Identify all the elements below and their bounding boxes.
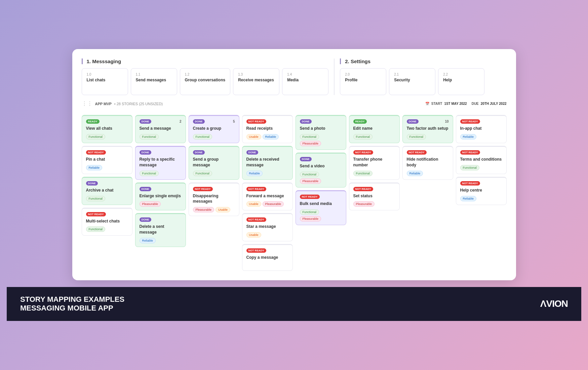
epic-2-0[interactable]: 2.0 Profile [340,68,386,95]
column-0: READYView all chatsFunctionalNOT READYPi… [82,115,132,271]
tag-pleasurable: Pleasurable [140,201,161,207]
card-3-0[interactable]: NOT READYRead receiptsUsableReliable [242,115,293,143]
card-2-0[interactable]: DONE5Create a groupFunctional [189,115,239,143]
card-title: Enlarge single emojis [140,193,182,199]
status-badge: DONE [193,119,205,124]
card-0-2[interactable]: DONEArchive a chatFunctional [82,177,132,205]
main-container: 1. Messsaging 1.0 List chats 1.1 Send me… [72,49,516,280]
tag-pleasurable: Pleasurable [193,207,214,212]
epic-1-3[interactable]: 1.3 Receive messages [233,68,279,95]
status-badge: NOT READY [407,150,427,155]
card-3-3[interactable]: NOT READYStar a messageUsable [242,213,293,241]
status-badge: NOT READY [353,187,373,191]
epic-1-1[interactable]: 1.1 Send messages [131,68,177,95]
tag-functional: Functional [353,171,373,176]
card-2-1[interactable]: DONESend a group messageFunctional [189,146,239,180]
footer-title-line2: MESSAGING MOBILE APP [20,304,124,313]
card-title: Bulk send media [300,201,342,207]
status-badge: NOT READY [193,187,213,191]
tag-functional: Functional [86,196,106,201]
card-7-0[interactable]: NOT READYIn-app chatReliable [456,115,507,143]
column-3: NOT READYRead receiptsUsableReliableDONE… [242,115,293,271]
card-3-4[interactable]: NOT READYCopy a message [242,244,293,271]
section-2-epics: 2.0 Profile 2.1 Security 2.2 Help [340,68,484,95]
card-1-2[interactable]: DONEEnlarge single emojisPleasurable [135,182,186,211]
card-1-0[interactable]: DONE2Send a messageFunctional [135,115,186,143]
card-6-0[interactable]: DONE10Two factor auth setupFunctional [402,115,453,143]
section-1-epics: 1.0 List chats 1.1 Send messages 1.2 Gro… [82,68,329,95]
columns-wrapper: READYView all chatsFunctionalNOT READYPi… [82,115,507,271]
tag-functional: Functional [86,134,106,139]
calendar-icon: 📅 [425,102,429,106]
card-6-1[interactable]: NOT READYHide notification bodyReliable [402,146,453,180]
card-1-3[interactable]: DONEDelete a sent messageReliable [135,213,186,247]
card-title: Help centre [460,188,502,193]
epic-1-2[interactable]: 1.2 Group conversations [180,68,231,95]
column-6: DONE10Two factor auth setupFunctionalNOT… [402,115,453,271]
card-title: Read receipts [246,126,288,131]
card-3-1[interactable]: DONEDelete a received messageReliable [242,146,293,180]
tag-functional: Functional [407,134,426,139]
card-title: In-app chat [460,126,502,131]
epic-1-4[interactable]: 1.4 Media [282,68,328,95]
card-0-3[interactable]: NOT READYMulti-select chatsFunctional [82,208,132,236]
status-badge: DONE [140,187,151,191]
tag-usable: Usable [215,207,230,212]
card-2-2[interactable]: NOT READYDisappearing messagesPleasurabl… [189,182,239,216]
card-title: Multi-select chats [86,218,128,224]
card-title: Two factor auth setup [407,126,449,131]
section-2: 2. Settings 2.0 Profile 2.1 Security 2.2… [340,58,484,95]
status-badge: DONE [140,217,151,222]
due-label: DUE [472,102,479,106]
card-0-0[interactable]: READYView all chatsFunctional [82,115,132,143]
card-4-1[interactable]: DONESend a videoFunctionalPleasurable [296,153,346,188]
card-5-1[interactable]: NOT READYTransfer phone numberFunctional [349,146,400,180]
column-4: DONESend a photoFunctionalPleasurableDON… [296,115,346,271]
tag-functional: Functional [140,134,159,139]
tag-reliable: Reliable [460,134,477,139]
tag-reliable: Reliable [263,134,279,139]
card-count: 2 [180,120,182,123]
tag-functional: Functional [353,134,373,139]
tag-reliable: Reliable [460,196,477,201]
epic-1-0[interactable]: 1.0 List chats [82,68,128,95]
card-0-1[interactable]: NOT READYPin a chatReliable [82,146,132,174]
epic-2-1[interactable]: 2.1 Security [389,68,435,95]
footer-title: STORY MAPPING EXAMPLES MESSAGING MOBILE … [20,295,124,313]
column-7: NOT READYIn-app chatReliableNOT READYTer… [456,115,507,271]
tag-functional: Functional [300,209,319,215]
status-badge: DONE [193,150,205,155]
card-5-2[interactable]: NOT READYSet statusPleasurable [349,182,400,211]
card-4-0[interactable]: DONESend a photoFunctionalPleasurable [296,115,346,150]
status-badge: NOT READY [460,150,480,155]
status-badge: NOT READY [246,217,266,222]
status-badge: DONE [140,150,151,155]
card-title: Send a message [140,126,182,131]
story-count: • 28 STORIES (25 UNSIZED) [114,102,163,106]
section-1: 1. Messsaging 1.0 List chats 1.1 Send me… [82,58,329,95]
toolbar-dots-icon[interactable]: ⋮⋮ [82,100,92,107]
card-title: Set status [353,193,395,199]
tag-usable: Usable [246,232,261,238]
tag-usable: Usable [246,134,261,139]
card-count: 10 [445,120,448,123]
card-4-2[interactable]: NOT READYBulk send mediaFunctionalPleasu… [296,190,346,225]
card-title: Hide notification body [407,157,449,168]
toolbar: ⋮⋮ APP MVP • 28 STORIES (25 UNSIZED) 📅 S… [82,100,507,110]
tag-pleasurable: Pleasurable [300,216,321,221]
section-2-title: 2. Settings [340,58,484,64]
card-3-2[interactable]: NOT READYForward a messageUsablePleasura… [242,182,293,211]
card-title: View all chats [86,126,128,131]
column-2: DONE5Create a groupFunctionalDONESend a … [189,115,239,271]
card-7-1[interactable]: NOT READYTerms and conditionsFunctional [456,146,507,174]
tag-pleasurable: Pleasurable [353,201,375,207]
card-title: Disappearing messages [193,193,235,205]
status-badge: NOT READY [86,150,106,155]
tag-functional: Functional [193,171,212,176]
epic-2-2[interactable]: 2.2 Help [438,68,484,95]
tag-functional: Functional [300,172,319,177]
card-5-0[interactable]: READYEdit nameFunctional [349,115,400,143]
card-1-1[interactable]: DONEReply to a specific messageFunctiona… [135,146,186,180]
card-7-2[interactable]: NOT READYHelp centreReliable [456,177,507,205]
section-1-title: 1. Messsaging [82,58,329,64]
